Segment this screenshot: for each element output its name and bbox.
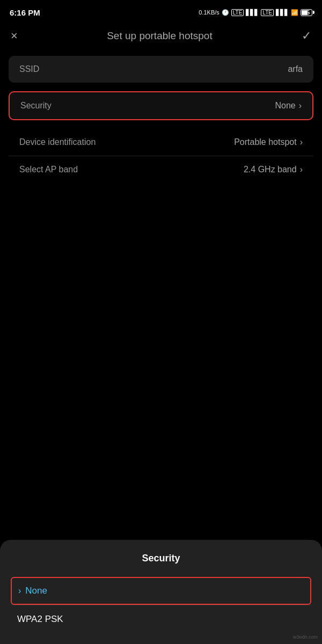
security-wpa2-label: WPA2 PSK [17,614,63,624]
ap-band-field[interactable]: Select AP band 2.4 GHz band › [9,156,313,183]
lte-icon: LTE [231,9,244,16]
signal-bars-2: ▋▋▋ [276,9,289,16]
security-chevron: › [299,101,302,111]
ap-band-label: Select AP band [19,165,78,174]
wifi-icon: 📶 [291,9,298,16]
option-chevron-icon: › [18,586,21,596]
check-icon: ✓ [302,29,311,42]
security-option-none[interactable]: › None [11,577,311,605]
signal-bars-1: ▋▋▋ [246,9,259,16]
ssid-label: SSID [19,64,39,74]
device-id-label: Device identification [19,137,96,147]
battery-icon: 15 [301,9,312,16]
security-field[interactable]: Security None › [9,91,313,120]
battery-level: 15 [303,9,310,16]
status-icons: 0.1KB/s 🕐 LTE ▋▋▋ LTE ▋▋▋ 📶 15 [199,9,312,16]
close-button[interactable]: × [11,29,18,43]
device-id-chevron: › [300,137,303,147]
close-icon: × [11,29,18,42]
page-title: Set up portable hotspot [107,30,212,42]
ssid-value: arfa [288,64,303,74]
security-none-label: None [25,586,47,596]
watermark: w3edn.com [293,634,318,640]
ap-band-value: 2.4 GHz band [244,165,297,174]
security-option-wpa2[interactable]: WPA2 PSK [11,605,311,633]
device-id-field[interactable]: Device identification Portable hotspot › [9,129,313,156]
clock-icon: 🕐 [222,9,229,16]
security-value: None [275,101,295,111]
status-time: 6:16 PM [10,8,40,17]
security-bottom-sheet: Security › None WPA2 PSK [0,540,322,644]
bottom-sheet-title: Security [11,553,311,564]
confirm-button[interactable]: ✓ [302,29,311,43]
network-speed: 0.1KB/s [199,9,219,16]
ap-band-chevron: › [300,165,303,174]
security-label: Security [20,101,52,111]
header: × Set up portable hotspot ✓ [0,23,322,52]
device-id-value: Portable hotspot [234,137,297,147]
status-bar: 6:16 PM 0.1KB/s 🕐 LTE ▋▋▋ LTE ▋▋▋ 📶 15 [0,0,322,23]
ssid-field[interactable]: SSID arfa [9,56,313,83]
lte-icon-2: LTE [261,9,274,16]
